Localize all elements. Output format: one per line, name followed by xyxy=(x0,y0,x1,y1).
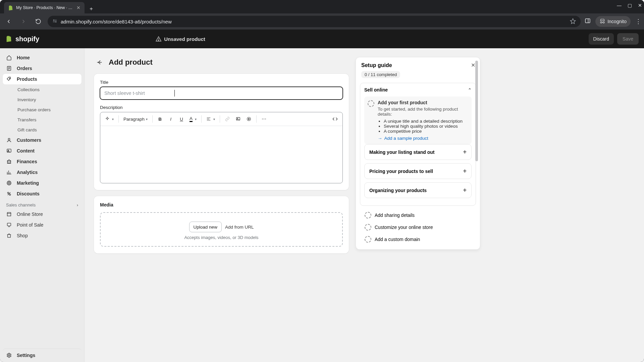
insert-video-button[interactable] xyxy=(244,114,254,124)
minimize-icon[interactable]: — xyxy=(617,3,622,8)
url-text: admin.shopify.com/store/de8143-a6/produc… xyxy=(61,19,172,24)
align-button[interactable] xyxy=(204,114,217,124)
scrollbar[interactable] xyxy=(475,57,479,249)
setup-task-add-product[interactable]: Add your first product To get started, a… xyxy=(364,97,472,144)
site-settings-icon[interactable] xyxy=(52,18,57,24)
sidebar-item-label: Point of Sale xyxy=(17,222,43,228)
customers-icon xyxy=(6,137,12,143)
product-form-card: Title Description xyxy=(94,74,349,190)
setup-bullet: A unique title and a detailed descriptio… xyxy=(384,119,468,124)
sidebar-channel-pos[interactable]: Point of Sale xyxy=(3,220,82,230)
discard-button[interactable]: Discard xyxy=(589,33,614,45)
address-bar[interactable]: admin.shopify.com/store/de8143-a6/produc… xyxy=(48,16,581,27)
media-dropzone[interactable]: Upload new Add from URL Accepts images, … xyxy=(100,212,343,247)
sidebar-item-label: Settings xyxy=(17,353,35,358)
incognito-label: Incognito xyxy=(607,19,627,24)
description-label: Description xyxy=(100,105,343,110)
sidebar-channel-shop[interactable]: Shop xyxy=(3,230,82,241)
insert-image-button[interactable] xyxy=(233,114,243,124)
bookmark-icon[interactable] xyxy=(570,18,576,25)
ai-generate-button[interactable] xyxy=(103,114,116,124)
media-hint: Accepts images, videos, or 3D models xyxy=(184,235,258,240)
setup-collapse-pricing[interactable]: Pricing your products to sell+ xyxy=(364,163,472,179)
content-icon xyxy=(6,148,12,154)
setup-task-sharing[interactable]: Add sharing details xyxy=(360,209,476,221)
sales-channels-heading[interactable]: Sales channels › xyxy=(3,199,82,209)
kebab-menu-icon[interactable]: ⋮ xyxy=(635,18,641,25)
bold-button[interactable]: B xyxy=(155,114,165,124)
add-from-url-link[interactable]: Add from URL xyxy=(225,225,254,230)
reload-icon[interactable] xyxy=(33,16,44,27)
svg-rect-9 xyxy=(7,161,10,163)
sidebar-item-content[interactable]: Content xyxy=(3,145,82,156)
sidebar-item-customers[interactable]: Customers xyxy=(3,135,82,145)
italic-button[interactable]: I xyxy=(166,114,175,124)
setup-section-sell-online: Sell online ⌃ Add your first product To … xyxy=(360,83,476,206)
media-card: Media Upload new Add from URL Accepts im… xyxy=(94,196,349,253)
video-icon xyxy=(247,117,251,121)
sidebar-subitem-gift-cards[interactable]: Gift cards xyxy=(3,125,82,135)
sidebar-item-settings[interactable]: Settings xyxy=(3,349,82,359)
setup-task-domain[interactable]: Add a custom domain xyxy=(360,233,476,245)
sidebar-item-label: Online Store xyxy=(17,212,43,217)
alert-icon xyxy=(155,36,161,42)
setup-task-body: To get started, add the following produc… xyxy=(378,107,468,117)
setup-task-customize[interactable]: Customize your online store xyxy=(360,221,476,233)
sidebar-channel-online-store[interactable]: Online Store xyxy=(3,209,82,220)
browser-tabstrip: My Store · Products · New · Sho ✕ ＋ — ▢ … xyxy=(0,0,644,13)
sidebar-item-home[interactable]: Home xyxy=(3,52,82,63)
back-button[interactable] xyxy=(94,57,105,68)
setup-progress-badge: 0 / 11 completed xyxy=(361,71,400,78)
sidebar-item-label: Customers xyxy=(17,137,41,143)
gear-icon xyxy=(6,352,12,358)
more-button[interactable]: ⋯ xyxy=(259,114,269,124)
paragraph-style-select[interactable]: Paragraph▾ xyxy=(121,114,150,124)
plus-icon: + xyxy=(463,168,467,175)
sidebar-item-products[interactable]: Products xyxy=(3,74,82,84)
setup-section-header[interactable]: Sell online ⌃ xyxy=(360,83,476,97)
tab-title: My Store · Products · New · Sho xyxy=(16,5,73,10)
analytics-icon xyxy=(6,169,12,175)
sidebar-item-label: Home xyxy=(17,55,30,60)
title-input[interactable] xyxy=(100,87,343,100)
incognito-badge[interactable]: Incognito xyxy=(595,16,631,27)
sidebar-item-label: Marketing xyxy=(17,180,39,186)
close-window-icon[interactable]: ✕ xyxy=(638,3,642,8)
home-icon xyxy=(6,55,12,61)
sidebar-item-finances[interactable]: Finances xyxy=(3,156,82,167)
plus-icon: + xyxy=(463,187,467,194)
sidebar-subitem-transfers[interactable]: Transfers xyxy=(3,115,82,125)
task-circle-icon xyxy=(368,100,374,107)
sidebar-subitem-collections[interactable]: Collections xyxy=(3,84,82,95)
code-view-button[interactable] xyxy=(330,114,340,124)
text-color-button[interactable]: A xyxy=(187,114,199,124)
new-tab-button[interactable]: ＋ xyxy=(87,4,96,13)
sidebar-item-discounts[interactable]: Discounts xyxy=(3,188,82,199)
upload-button[interactable]: Upload new xyxy=(189,222,222,232)
sidebar-item-label: Orders xyxy=(17,66,32,71)
sidebar-item-orders[interactable]: Orders xyxy=(3,63,82,74)
sidebar-subitem-purchase-orders[interactable]: Purchase orders xyxy=(3,105,82,115)
sidebar-subitem-inventory[interactable]: Inventory xyxy=(3,95,82,105)
add-sample-product-link[interactable]: → Add a sample product xyxy=(378,136,468,141)
sidebar-item-analytics[interactable]: Analytics xyxy=(3,167,82,178)
setup-collapse-listing[interactable]: Making your listing stand out+ xyxy=(364,144,472,160)
sidebar-item-label: Analytics xyxy=(17,170,38,175)
description-editor[interactable]: Paragraph▾ B I U A xyxy=(100,112,343,183)
setup-collapse-organizing[interactable]: Organizing your products+ xyxy=(364,182,472,198)
close-icon[interactable]: ✕ xyxy=(76,5,81,10)
svg-point-17 xyxy=(8,355,10,356)
maximize-icon[interactable]: ▢ xyxy=(628,3,632,8)
sidebar-item-marketing[interactable]: Marketing xyxy=(3,178,82,188)
side-panel-icon[interactable] xyxy=(585,18,591,25)
svg-point-8 xyxy=(8,150,9,151)
brand-logo[interactable]: shopify xyxy=(5,35,39,43)
sidebar-item-label: Finances xyxy=(17,159,37,164)
underline-button[interactable]: U xyxy=(177,114,186,124)
topbar-status: Unsaved product xyxy=(155,36,205,42)
description-textarea[interactable] xyxy=(100,126,342,183)
browser-tab[interactable]: My Store · Products · New · Sho ✕ xyxy=(4,2,85,13)
finances-icon xyxy=(6,159,12,165)
back-icon[interactable] xyxy=(3,16,14,27)
svg-point-14 xyxy=(9,194,11,195)
